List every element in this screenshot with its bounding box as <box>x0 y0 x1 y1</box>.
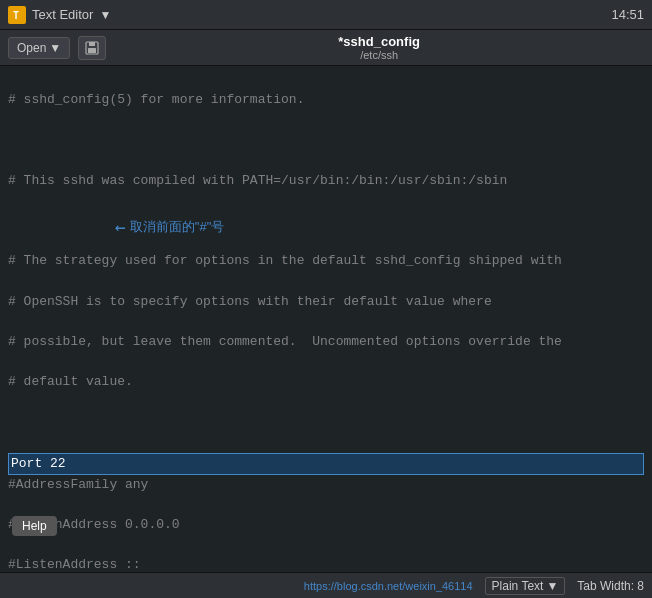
file-path: /etc/ssh <box>360 49 398 61</box>
editor-area[interactable]: # sshd_config(5) for more information. #… <box>0 66 652 572</box>
line-listen1: #ListenAddress 0.0.0.0 <box>8 515 644 535</box>
open-label: Open <box>17 41 46 55</box>
file-title-area: *sshd_config /etc/ssh <box>114 34 644 61</box>
open-arrow: ▼ <box>49 41 61 55</box>
file-name: *sshd_config <box>338 34 420 49</box>
svg-text:T: T <box>13 10 19 21</box>
titlebar-clock: 14:51 <box>611 7 644 22</box>
statusbar-filetype[interactable]: Plain Text ▼ <box>485 577 566 595</box>
statusbar-tabwidth: Tab Width: 8 <box>577 579 644 593</box>
svg-rect-3 <box>89 42 95 46</box>
line-listen2: #ListenAddress :: <box>8 555 644 572</box>
line-6: # OpenSSH is to specify options with the… <box>8 292 644 312</box>
svg-rect-4 <box>88 48 96 53</box>
line-5: # The strategy used for options in the d… <box>8 251 644 271</box>
filetype-label: Plain Text <box>492 579 544 593</box>
line-addr: #AddressFamily any <box>8 475 644 495</box>
statusbar: https://blog.csdn.net/weixin_46114 Plain… <box>0 572 652 598</box>
help-tooltip[interactable]: Help <box>12 516 57 536</box>
save-button[interactable] <box>78 36 106 60</box>
statusbar-url: https://blog.csdn.net/weixin_46114 <box>8 580 473 592</box>
titlebar-left: T Text Editor ▼ <box>8 6 111 24</box>
title-dropdown-arrow[interactable]: ▼ <box>99 8 111 22</box>
code-content[interactable]: # sshd_config(5) for more information. #… <box>0 66 652 572</box>
app-icon: T <box>8 6 26 24</box>
line-7: # possible, but leave them commented. Un… <box>8 332 644 352</box>
line-3: # This sshd was compiled with PATH=/usr/… <box>8 171 644 191</box>
open-button[interactable]: Open ▼ <box>8 37 70 59</box>
line-4 <box>8 211 644 231</box>
toolbar: Open ▼ *sshd_config /etc/ssh <box>0 30 652 66</box>
line-1: # sshd_config(5) for more information. <box>8 90 644 110</box>
titlebar: T Text Editor ▼ 14:51 <box>0 0 652 30</box>
app-title: Text Editor <box>32 7 93 22</box>
line-9 <box>8 412 644 432</box>
line-2 <box>8 130 644 150</box>
line-8: # default value. <box>8 372 644 392</box>
line-port: Port 22 <box>8 453 644 475</box>
filetype-arrow: ▼ <box>546 579 558 593</box>
help-label: Help <box>22 519 47 533</box>
